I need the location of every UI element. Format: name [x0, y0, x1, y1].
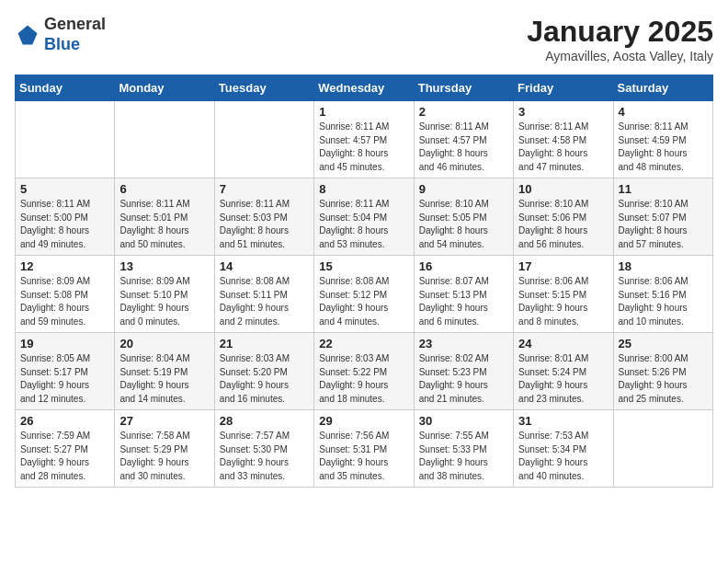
week-row-4: 19Sunrise: 8:05 AM Sunset: 5:17 PM Dayli… — [16, 333, 713, 410]
day-info: Sunrise: 7:58 AM Sunset: 5:29 PM Dayligh… — [119, 430, 209, 483]
calendar-cell: 28Sunrise: 7:57 AM Sunset: 5:30 PM Dayli… — [214, 410, 313, 488]
calendar-cell: 30Sunrise: 7:55 AM Sunset: 5:33 PM Dayli… — [414, 410, 513, 488]
day-info: Sunrise: 8:01 AM Sunset: 5:24 PM Dayligh… — [518, 352, 608, 406]
day-number: 1 — [319, 105, 408, 119]
day-info: Sunrise: 7:55 AM Sunset: 5:33 PM Dayligh… — [419, 430, 508, 483]
calendar-cell: 5Sunrise: 8:11 AM Sunset: 5:00 PM Daylig… — [16, 178, 115, 256]
day-number: 6 — [119, 182, 209, 196]
day-info: Sunrise: 8:03 AM Sunset: 5:20 PM Dayligh… — [220, 352, 309, 406]
day-number: 12 — [20, 259, 109, 273]
calendar-cell: 31Sunrise: 7:53 AM Sunset: 5:34 PM Dayli… — [514, 410, 613, 488]
day-info: Sunrise: 8:04 AM Sunset: 5:19 PM Dayligh… — [119, 352, 209, 406]
day-info: Sunrise: 8:02 AM Sunset: 5:23 PM Dayligh… — [419, 352, 508, 406]
day-info: Sunrise: 8:11 AM Sunset: 5:04 PM Dayligh… — [319, 198, 408, 251]
week-row-5: 26Sunrise: 7:59 AM Sunset: 5:27 PM Dayli… — [16, 410, 713, 488]
day-number: 31 — [518, 414, 608, 428]
day-number: 26 — [20, 414, 109, 428]
day-info: Sunrise: 8:06 AM Sunset: 5:16 PM Dayligh… — [619, 275, 708, 328]
day-number: 17 — [518, 259, 608, 273]
week-row-3: 12Sunrise: 8:09 AM Sunset: 5:08 PM Dayli… — [16, 256, 713, 333]
day-number: 21 — [220, 337, 309, 350]
page-header: General Blue January 2025 Aymavilles, Ao… — [15, 15, 713, 63]
day-info: Sunrise: 7:56 AM Sunset: 5:31 PM Dayligh… — [319, 430, 408, 483]
calendar-header-row: SundayMondayTuesdayWednesdayThursdayFrid… — [16, 75, 713, 101]
day-number: 25 — [619, 337, 708, 350]
day-info: Sunrise: 8:08 AM Sunset: 5:11 PM Dayligh… — [220, 275, 309, 328]
day-header-sunday: Sunday — [16, 75, 115, 101]
day-info: Sunrise: 8:03 AM Sunset: 5:22 PM Dayligh… — [319, 352, 408, 406]
day-number: 24 — [518, 337, 608, 350]
day-number: 13 — [119, 259, 209, 273]
calendar-cell: 18Sunrise: 8:06 AM Sunset: 5:16 PM Dayli… — [613, 256, 712, 333]
day-number: 9 — [419, 182, 508, 196]
calendar-cell: 13Sunrise: 8:09 AM Sunset: 5:10 PM Dayli… — [115, 256, 214, 333]
logo-icon — [15, 22, 40, 48]
day-header-saturday: Saturday — [613, 75, 712, 101]
calendar-cell: 11Sunrise: 8:10 AM Sunset: 5:07 PM Dayli… — [613, 178, 712, 256]
logo-general-text: General — [44, 15, 106, 33]
day-number: 28 — [220, 414, 309, 428]
week-row-1: 1Sunrise: 8:11 AM Sunset: 4:57 PM Daylig… — [16, 101, 713, 178]
svg-marker-0 — [18, 25, 38, 44]
calendar-cell: 14Sunrise: 8:08 AM Sunset: 5:11 PM Dayli… — [214, 256, 313, 333]
logo-blue-text: Blue — [44, 35, 80, 53]
calendar-cell: 8Sunrise: 8:11 AM Sunset: 5:04 PM Daylig… — [314, 178, 414, 256]
day-number: 14 — [220, 259, 309, 273]
day-number: 29 — [319, 414, 408, 428]
day-info: Sunrise: 8:09 AM Sunset: 5:08 PM Dayligh… — [20, 275, 109, 328]
day-info: Sunrise: 7:57 AM Sunset: 5:30 PM Dayligh… — [220, 430, 309, 483]
day-info: Sunrise: 8:10 AM Sunset: 5:07 PM Dayligh… — [619, 198, 708, 251]
calendar-cell: 3Sunrise: 8:11 AM Sunset: 4:58 PM Daylig… — [514, 101, 613, 178]
calendar-cell: 25Sunrise: 8:00 AM Sunset: 5:26 PM Dayli… — [613, 333, 712, 410]
day-info: Sunrise: 7:59 AM Sunset: 5:27 PM Dayligh… — [20, 430, 109, 483]
day-info: Sunrise: 8:11 AM Sunset: 4:59 PM Dayligh… — [619, 121, 708, 174]
day-info: Sunrise: 8:09 AM Sunset: 5:10 PM Dayligh… — [119, 275, 209, 328]
day-header-wednesday: Wednesday — [314, 75, 414, 101]
day-number: 22 — [319, 337, 408, 350]
day-info: Sunrise: 8:11 AM Sunset: 5:00 PM Dayligh… — [20, 198, 109, 251]
calendar-cell: 26Sunrise: 7:59 AM Sunset: 5:27 PM Dayli… — [16, 410, 115, 488]
calendar-cell — [613, 410, 712, 488]
day-number: 8 — [319, 182, 408, 196]
calendar-cell — [16, 101, 115, 178]
day-info: Sunrise: 8:11 AM Sunset: 5:03 PM Dayligh… — [220, 198, 309, 251]
calendar-cell: 16Sunrise: 8:07 AM Sunset: 5:13 PM Dayli… — [414, 256, 513, 333]
day-number: 4 — [619, 105, 708, 119]
calendar-cell: 15Sunrise: 8:08 AM Sunset: 5:12 PM Dayli… — [314, 256, 414, 333]
calendar-cell: 21Sunrise: 8:03 AM Sunset: 5:20 PM Dayli… — [214, 333, 313, 410]
calendar-cell: 2Sunrise: 8:11 AM Sunset: 4:57 PM Daylig… — [414, 101, 513, 178]
calendar-cell: 1Sunrise: 8:11 AM Sunset: 4:57 PM Daylig… — [314, 101, 414, 178]
day-header-tuesday: Tuesday — [214, 75, 313, 101]
title-section: January 2025 Aymavilles, Aosta Valley, I… — [527, 15, 713, 63]
day-info: Sunrise: 8:08 AM Sunset: 5:12 PM Dayligh… — [319, 275, 408, 328]
day-number: 20 — [119, 337, 209, 350]
calendar-cell: 20Sunrise: 8:04 AM Sunset: 5:19 PM Dayli… — [115, 333, 214, 410]
calendar-table: SundayMondayTuesdayWednesdayThursdayFrid… — [15, 75, 713, 488]
day-number: 5 — [20, 182, 109, 196]
calendar-cell: 7Sunrise: 8:11 AM Sunset: 5:03 PM Daylig… — [214, 178, 313, 256]
day-number: 7 — [220, 182, 309, 196]
day-info: Sunrise: 7:53 AM Sunset: 5:34 PM Dayligh… — [518, 430, 608, 483]
day-header-friday: Friday — [514, 75, 613, 101]
day-info: Sunrise: 8:00 AM Sunset: 5:26 PM Dayligh… — [619, 352, 708, 406]
calendar-cell: 17Sunrise: 8:06 AM Sunset: 5:15 PM Dayli… — [514, 256, 613, 333]
calendar-cell: 24Sunrise: 8:01 AM Sunset: 5:24 PM Dayli… — [514, 333, 613, 410]
calendar-cell: 27Sunrise: 7:58 AM Sunset: 5:29 PM Dayli… — [115, 410, 214, 488]
calendar-cell: 9Sunrise: 8:10 AM Sunset: 5:05 PM Daylig… — [414, 178, 513, 256]
day-number: 23 — [419, 337, 508, 350]
day-number: 16 — [419, 259, 508, 273]
calendar-cell — [214, 101, 313, 178]
day-number: 27 — [119, 414, 209, 428]
logo: General Blue — [15, 15, 106, 54]
day-number: 30 — [419, 414, 508, 428]
week-row-2: 5Sunrise: 8:11 AM Sunset: 5:00 PM Daylig… — [16, 178, 713, 256]
calendar-cell — [115, 101, 214, 178]
day-info: Sunrise: 8:11 AM Sunset: 5:01 PM Dayligh… — [119, 198, 209, 251]
day-header-thursday: Thursday — [414, 75, 513, 101]
day-number: 19 — [20, 337, 109, 350]
day-info: Sunrise: 8:06 AM Sunset: 5:15 PM Dayligh… — [518, 275, 608, 328]
day-info: Sunrise: 8:11 AM Sunset: 4:57 PM Dayligh… — [319, 121, 408, 174]
location-subtitle: Aymavilles, Aosta Valley, Italy — [527, 49, 713, 63]
day-info: Sunrise: 8:10 AM Sunset: 5:06 PM Dayligh… — [518, 198, 608, 251]
calendar-cell: 6Sunrise: 8:11 AM Sunset: 5:01 PM Daylig… — [115, 178, 214, 256]
